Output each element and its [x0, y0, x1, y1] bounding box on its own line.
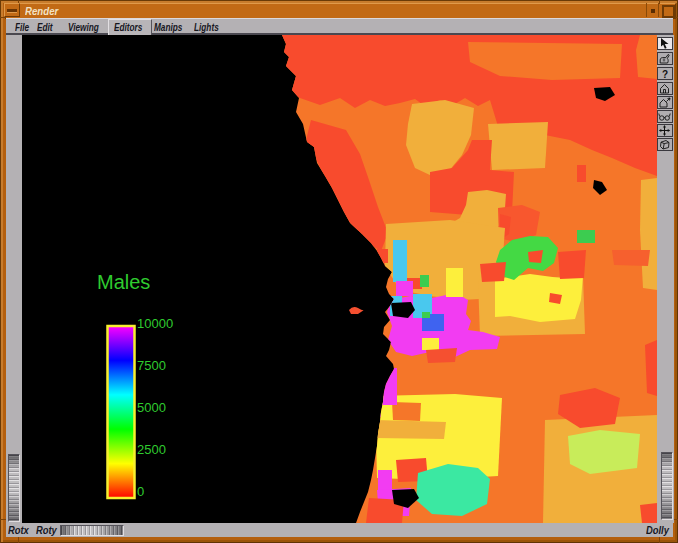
- svg-text:10000: 10000: [137, 316, 173, 331]
- svg-text:7500: 7500: [137, 358, 166, 373]
- svg-text:2500: 2500: [137, 442, 166, 457]
- svg-text:?: ?: [662, 69, 668, 80]
- svg-text:0: 0: [137, 484, 144, 499]
- svg-text:Males: Males: [97, 271, 150, 293]
- svg-text:5000: 5000: [137, 400, 166, 415]
